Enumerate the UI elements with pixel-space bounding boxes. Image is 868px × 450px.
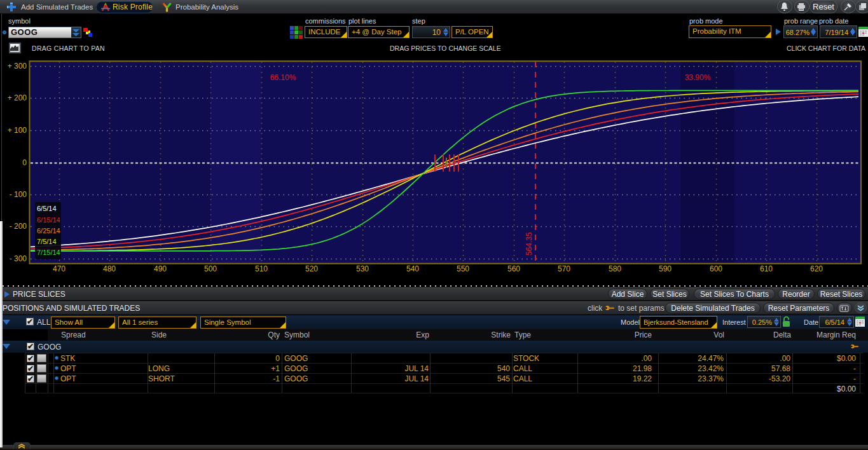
svg-text:7/15/14: 7/15/14 [37, 249, 60, 256]
svg-text:- 200: - 200 [10, 222, 27, 231]
svg-text:+ 200: + 200 [8, 93, 27, 102]
svg-text:470: 470 [53, 264, 65, 273]
svg-text:540: 540 [406, 264, 419, 273]
svg-text:33.90%: 33.90% [685, 73, 711, 82]
svg-text:0: 0 [22, 158, 27, 167]
svg-text:590: 590 [659, 264, 672, 273]
svg-text:66.10%: 66.10% [270, 73, 296, 82]
svg-text:+ 100: + 100 [8, 126, 27, 135]
svg-text:490: 490 [154, 264, 167, 273]
svg-text:600: 600 [710, 264, 722, 273]
svg-text:- 100: - 100 [10, 190, 27, 199]
svg-text:500: 500 [204, 264, 217, 273]
svg-text:550: 550 [457, 264, 469, 273]
svg-text:6/15/14: 6/15/14 [37, 216, 60, 224]
svg-text:530: 530 [356, 264, 369, 273]
svg-text:520: 520 [305, 264, 318, 273]
svg-text:480: 480 [103, 264, 116, 273]
svg-text:570: 570 [558, 264, 570, 273]
svg-text:510: 510 [255, 264, 268, 273]
svg-text:7/5/14: 7/5/14 [37, 238, 57, 245]
svg-text:610: 610 [760, 264, 773, 273]
svg-text:6/5/14: 6/5/14 [37, 205, 57, 212]
svg-text:- 300: - 300 [10, 254, 27, 263]
svg-text:580: 580 [609, 264, 621, 273]
svg-text:6/25/14: 6/25/14 [37, 227, 60, 235]
svg-text:564.35: 564.35 [525, 232, 534, 256]
svg-text:560: 560 [507, 264, 520, 273]
svg-text:+ 300: + 300 [8, 62, 27, 71]
svg-text:620: 620 [810, 264, 823, 273]
